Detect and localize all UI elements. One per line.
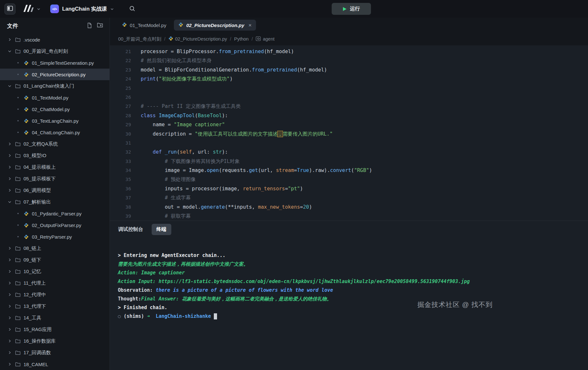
tree-item-label: 09_链下 <box>24 257 41 263</box>
tree-item-folder[interactable]: 18_CAMEL <box>0 358 109 370</box>
tree-item-label: 06_调用模型 <box>24 187 51 194</box>
tree-item-file[interactable]: 04_ChatLongChain.py <box>0 127 109 138</box>
tree-item-file[interactable]: 02_PictureDescription.py <box>0 69 109 80</box>
tree-item-file[interactable]: 01_Pydantic_Parser.py <box>0 208 109 219</box>
folder-icon <box>15 84 21 89</box>
chevron-right-icon[interactable] <box>7 293 12 297</box>
tree-item-file[interactable]: 01_TextModel.py <box>0 92 109 103</box>
breadcrumb-item[interactable]: agent <box>256 36 274 42</box>
tree-item-folder[interactable]: 15_RAG应用 <box>0 324 109 335</box>
tree-item-file[interactable]: 01_SimpleTextGeneration.py <box>0 57 109 69</box>
tree-item-folder[interactable]: 01_LangChain快速入门 <box>0 80 109 92</box>
panel-toggle-button[interactable] <box>5 4 15 14</box>
tree-item-file[interactable]: 02_OutputFixParser.py <box>0 219 109 231</box>
code-line-content: def _run(self, url: str): <box>131 147 228 157</box>
tree-item-folder[interactable]: .vscode <box>0 34 109 45</box>
tree-item-folder[interactable]: 13_代理下 <box>0 300 109 312</box>
tree-item-folder[interactable]: 16_操作数据库 <box>0 335 109 347</box>
code-editor[interactable]: 21processor = BlipProcessor.from_pretrai… <box>110 45 588 221</box>
tree-item-label: 13_代理下 <box>24 303 46 309</box>
file-explorer: 文件 .vscode00_开篇词_奇点时刻01_SimpleTextGenera… <box>0 18 110 370</box>
folder-icon <box>15 350 21 355</box>
search-button[interactable] <box>129 5 136 13</box>
terminal-cursor <box>214 313 217 319</box>
chevron-down-icon[interactable] <box>7 200 12 204</box>
chevron-right-icon[interactable] <box>7 351 12 355</box>
chevron-right-icon[interactable] <box>7 339 12 343</box>
panel-tab-debug-console[interactable]: 调试控制台 <box>118 226 143 233</box>
chevron-right-icon[interactable] <box>7 246 12 250</box>
python-icon <box>23 95 29 100</box>
folder-icon <box>15 165 21 170</box>
tree-item-folder[interactable]: 05_提示模板下 <box>0 173 109 185</box>
folder-icon <box>15 37 21 42</box>
folder-icon <box>15 142 21 147</box>
chevron-right-icon[interactable] <box>7 165 12 169</box>
breadcrumb-item[interactable]: 02_PictureDescription.py <box>168 36 227 42</box>
tree-item-label: 16_操作数据库 <box>24 338 56 344</box>
tree-item-folder[interactable]: 08_链上 <box>0 242 109 254</box>
tree-item-folder[interactable]: 17_回调函数 <box>0 347 109 358</box>
code-line: 33 # 下载图像并将其转换为PIL对象 <box>110 157 588 166</box>
tree-item-folder[interactable]: 12_代理中 <box>0 289 109 300</box>
tree-item-file[interactable]: 03_TextLangChain.py <box>0 115 109 127</box>
code-line-content: image = Image.open(requests.get(url, str… <box>131 166 372 175</box>
chevron-down-icon <box>110 7 114 11</box>
tree-item-folder[interactable]: 00_开篇词_奇点时刻 <box>0 45 109 57</box>
marscode-logo-menu[interactable] <box>22 4 41 14</box>
tree-item-label: 11_代理上 <box>24 280 46 286</box>
chevron-right-icon[interactable] <box>7 270 12 273</box>
chevron-right-icon[interactable] <box>7 258 12 262</box>
tree-item-folder[interactable]: 02_文档QA系统 <box>0 138 109 150</box>
chevron-right-icon[interactable] <box>7 362 12 366</box>
line-number: 23 <box>110 65 131 74</box>
tree-item-folder[interactable]: 11_代理上 <box>0 277 109 289</box>
breadcrumb-item[interactable]: Python <box>234 36 249 42</box>
tree-item-file[interactable]: 03_RetryParser.py <box>0 231 109 242</box>
line-number: 34 <box>110 166 131 175</box>
chevron-down-icon[interactable] <box>7 84 12 88</box>
new-file-icon <box>87 23 92 29</box>
python-icon <box>178 22 183 28</box>
code-line-content: # 然后我们初始化工具模型本身 <box>131 56 212 65</box>
chevron-right-icon[interactable] <box>7 142 12 146</box>
code-line: 26 <box>110 93 588 102</box>
new-file-button[interactable] <box>87 23 92 29</box>
chevron-right-icon[interactable] <box>7 154 12 157</box>
close-icon[interactable]: × <box>248 23 251 28</box>
tree-item-file[interactable]: 02_ChatModel.py <box>0 103 109 115</box>
breadcrumb-separator: / <box>164 36 166 42</box>
editor-tab[interactable]: 02_PictureDescription.py× <box>174 20 256 31</box>
tree-item-label: 15_RAG应用 <box>24 327 52 333</box>
chevron-right-icon[interactable] <box>7 177 12 181</box>
tree-item-folder[interactable]: 04_提示模板上 <box>0 161 109 173</box>
chevron-right-icon[interactable] <box>7 188 12 192</box>
tree-item-folder[interactable]: 09_链下 <box>0 254 109 266</box>
tree-item-folder[interactable]: 14_工具 <box>0 312 109 324</box>
chevron-right-icon[interactable] <box>7 316 12 320</box>
tree-item-folder[interactable]: 07_解析输出 <box>0 196 109 208</box>
chevron-right-icon[interactable] <box>7 304 12 308</box>
modified-dot-icon <box>15 96 21 99</box>
run-button[interactable]: 运行 <box>332 3 371 15</box>
panel-tab-bar: 调试控制台终端 <box>110 221 588 238</box>
project-selector[interactable]: </> LangChain 实战课 <box>50 5 114 13</box>
new-folder-button[interactable] <box>97 23 103 29</box>
code-line-content: out = model.generate(**inputs, max_new_t… <box>131 203 312 212</box>
panel-tab-terminal[interactable]: 终端 <box>152 224 171 235</box>
tree-item-folder[interactable]: 06_调用模型 <box>0 185 109 196</box>
chevron-right-icon[interactable] <box>7 281 12 285</box>
breadcrumb-item[interactable]: 00_开篇词_奇点时刻 <box>118 36 161 42</box>
python-icon <box>23 130 29 135</box>
chevron-right-icon[interactable] <box>7 327 12 331</box>
line-number: 24 <box>110 74 131 83</box>
tree-item-folder[interactable]: 10_记忆 <box>0 266 109 277</box>
editor-tab[interactable]: 01_TextModel.py <box>118 20 171 31</box>
code-line: 24print("初始化图像字幕生成模型成功") <box>110 74 588 83</box>
chevron-right-icon[interactable] <box>7 38 12 42</box>
terminal[interactable]: > Entering new AgentExecutor chain...需要先… <box>110 238 588 370</box>
tree-item-label: 01_SimpleTextGeneration.py <box>32 60 94 66</box>
tree-item-label: 04_ChatLongChain.py <box>32 130 80 135</box>
tree-item-folder[interactable]: 03_模型IO <box>0 150 109 161</box>
chevron-down-icon[interactable] <box>7 49 12 53</box>
